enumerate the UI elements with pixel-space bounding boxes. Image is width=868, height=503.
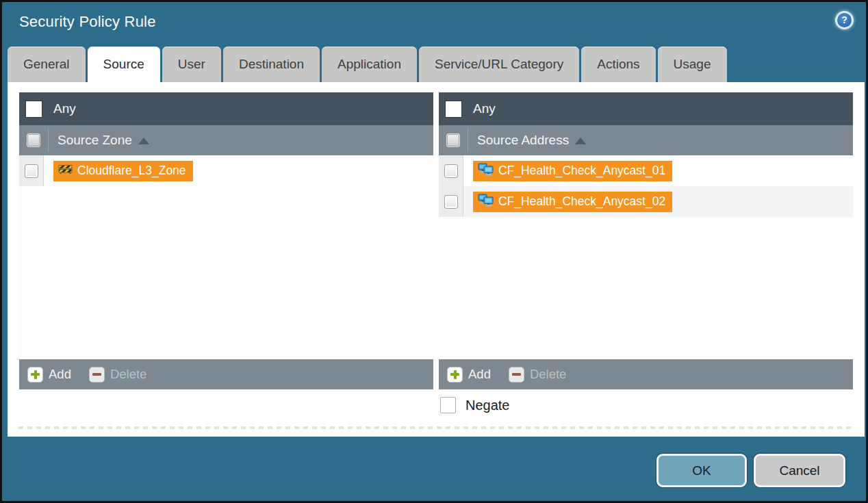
source-zone-any-label: Any bbox=[53, 101, 76, 116]
source-address-select-all-checkbox[interactable] bbox=[446, 133, 460, 147]
address-hosts-icon bbox=[478, 163, 494, 179]
tab-application[interactable]: Application bbox=[322, 47, 417, 82]
row-checkbox-cell bbox=[19, 155, 44, 186]
security-policy-rule-dialog: Security Policy Rule ? General Source Us… bbox=[0, 0, 868, 503]
add-button[interactable]: Add bbox=[447, 367, 491, 383]
source-zone-panel: Any Source Zone bbox=[19, 92, 433, 389]
source-zone-column-header: Source Zone bbox=[19, 125, 433, 155]
add-plus-icon bbox=[27, 367, 43, 383]
table-row[interactable]: CF_Health_Check_Anycast_02 bbox=[439, 186, 853, 217]
row-checkbox[interactable] bbox=[444, 195, 458, 209]
resize-grip[interactable] bbox=[18, 426, 854, 429]
row-checkbox-cell bbox=[439, 186, 463, 217]
delete-minus-icon bbox=[89, 367, 105, 383]
delete-button[interactable]: Delete bbox=[89, 367, 146, 383]
add-button[interactable]: Add bbox=[27, 367, 71, 383]
source-address-rows: CF_Health_Check_Anycast_01 bbox=[439, 155, 853, 359]
source-address-any-label: Any bbox=[473, 101, 496, 116]
title-bar: Security Policy Rule ? bbox=[2, 2, 866, 44]
source-zone-select-all-checkbox[interactable] bbox=[27, 133, 40, 147]
ok-button[interactable]: OK bbox=[656, 454, 747, 487]
source-address-any-header: Any bbox=[439, 92, 853, 125]
source-zone-any-checkbox[interactable] bbox=[25, 101, 42, 118]
column-divider bbox=[468, 129, 468, 152]
dialog-title: Security Policy Rule bbox=[19, 13, 156, 31]
source-zone-toolbar: Add Delete bbox=[19, 359, 433, 389]
source-zone-column-label[interactable]: Source Zone bbox=[58, 133, 132, 148]
zone-value-chip[interactable]: Cloudflare_L3_Zone bbox=[53, 161, 193, 181]
negate-row: Negate bbox=[440, 397, 510, 413]
sort-ascending-icon[interactable] bbox=[575, 138, 586, 144]
tab-service-url-category[interactable]: Service/URL Category bbox=[419, 47, 579, 82]
tab-usage[interactable]: Usage bbox=[658, 47, 727, 82]
table-row[interactable]: Cloudflare_L3_Zone bbox=[19, 155, 433, 186]
source-zone-rows: Cloudflare_L3_Zone bbox=[19, 155, 433, 359]
tab-source[interactable]: Source bbox=[88, 47, 160, 82]
row-checkbox[interactable] bbox=[444, 164, 458, 178]
row-checkbox[interactable] bbox=[25, 164, 38, 178]
source-address-panel: Any Source Address bbox=[439, 92, 853, 389]
tab-general[interactable]: General bbox=[8, 47, 86, 82]
sort-ascending-icon[interactable] bbox=[138, 138, 149, 144]
add-plus-icon bbox=[447, 367, 463, 383]
delete-minus-icon bbox=[509, 367, 524, 383]
tab-bar: General Source User Destination Applicat… bbox=[8, 47, 727, 82]
source-address-toolbar: Add Delete bbox=[439, 359, 853, 389]
source-address-column-header: Source Address bbox=[439, 125, 853, 155]
zone-name: Cloudflare_L3_Zone bbox=[77, 164, 186, 178]
row-checkbox-cell bbox=[439, 155, 463, 186]
negate-label: Negate bbox=[465, 398, 510, 413]
source-address-column-label[interactable]: Source Address bbox=[477, 133, 569, 148]
table-row[interactable]: CF_Health_Check_Anycast_01 bbox=[439, 155, 853, 186]
delete-button[interactable]: Delete bbox=[509, 367, 566, 383]
tab-user[interactable]: User bbox=[162, 47, 221, 82]
cancel-button[interactable]: Cancel bbox=[754, 454, 845, 487]
zone-barricade-icon bbox=[58, 164, 73, 178]
address-hosts-icon bbox=[478, 194, 494, 210]
address-name: CF_Health_Check_Anycast_02 bbox=[498, 194, 665, 209]
tab-actions[interactable]: Actions bbox=[581, 47, 655, 82]
source-zone-any-header: Any bbox=[19, 92, 433, 125]
source-address-any-checkbox[interactable] bbox=[445, 101, 462, 118]
negate-checkbox[interactable] bbox=[440, 397, 456, 413]
address-value-chip[interactable]: CF_Health_Check_Anycast_01 bbox=[473, 161, 672, 181]
source-tab-content: Any Source Zone bbox=[8, 82, 865, 437]
help-icon[interactable]: ? bbox=[835, 11, 854, 29]
address-name: CF_Health_Check_Anycast_01 bbox=[498, 164, 665, 178]
tab-destination[interactable]: Destination bbox=[223, 47, 320, 82]
address-value-chip[interactable]: CF_Health_Check_Anycast_02 bbox=[473, 192, 672, 212]
column-divider bbox=[48, 129, 49, 152]
